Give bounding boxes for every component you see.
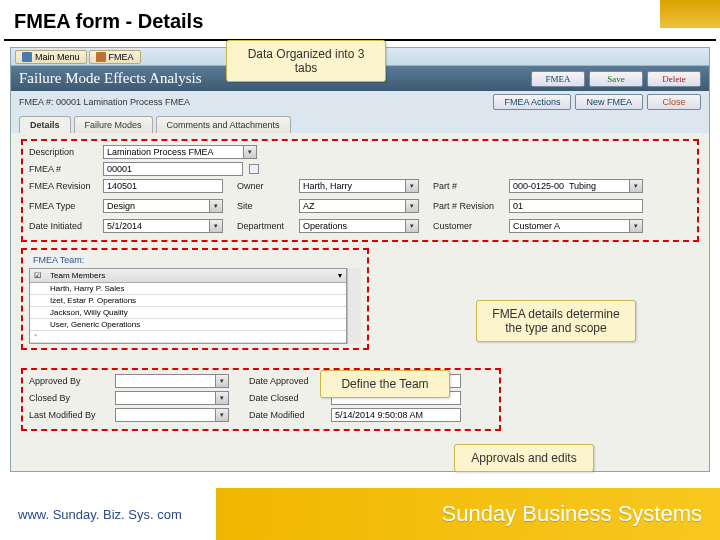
footer-brand: Sunday Business Systems bbox=[442, 501, 702, 527]
delete-button[interactable]: Delete bbox=[647, 71, 701, 87]
module-title: Failure Mode Effects Analysis bbox=[19, 70, 202, 87]
menu-icon bbox=[22, 52, 32, 62]
ribbon-tab-main-menu[interactable]: Main Menu bbox=[15, 50, 87, 64]
fmea-no-input[interactable] bbox=[103, 162, 243, 176]
closed-by-input[interactable] bbox=[115, 391, 215, 405]
chevron-down-icon[interactable]: ▾ bbox=[215, 408, 229, 422]
team-row[interactable]: Izet, Estar P. Operations bbox=[30, 295, 346, 307]
team-row[interactable]: User, Generic Operations bbox=[30, 319, 346, 331]
site-label: Site bbox=[237, 201, 293, 211]
scrollbar[interactable] bbox=[347, 268, 361, 344]
date-init-label: Date Initiated bbox=[29, 221, 97, 231]
part-rev-label: Part # Revision bbox=[433, 201, 503, 211]
description-label: Description bbox=[29, 147, 97, 157]
approved-by-label: Approved By bbox=[29, 376, 109, 386]
type-input[interactable] bbox=[103, 199, 209, 213]
fmea-actions-button[interactable]: FMEA Actions bbox=[493, 94, 571, 110]
app-window: Main Menu FMEA Failure Mode Effects Anal… bbox=[10, 47, 710, 472]
team-grid[interactable]: ☑Team Members▾ Harth, Harry P. Sales Ize… bbox=[29, 268, 347, 344]
close-button[interactable]: Close bbox=[647, 94, 701, 110]
chevron-down-icon[interactable]: ▾ bbox=[405, 219, 419, 233]
chevron-down-icon[interactable]: ▾ bbox=[215, 391, 229, 405]
tab-details[interactable]: Details bbox=[19, 116, 71, 133]
callout-details: FMEA details determine the type and scop… bbox=[476, 300, 636, 342]
revision-label: FMEA Revision bbox=[29, 181, 97, 191]
save-button[interactable]: Save bbox=[589, 71, 643, 87]
revision-input[interactable] bbox=[103, 179, 223, 193]
modified-by-input[interactable] bbox=[115, 408, 215, 422]
date-modified-label: Date Modified bbox=[249, 410, 325, 420]
chevron-down-icon[interactable]: ▾ bbox=[405, 179, 419, 193]
callout-approvals: Approvals and edits bbox=[454, 444, 594, 472]
team-row[interactable]: Harth, Harry P. Sales bbox=[30, 283, 346, 295]
team-row[interactable]: Jackson, Willy Quality bbox=[30, 307, 346, 319]
chevron-down-icon[interactable]: ▾ bbox=[209, 199, 223, 213]
customer-label: Customer bbox=[433, 221, 503, 231]
team-header-label: Team Members bbox=[50, 271, 338, 280]
tab-comments[interactable]: Comments and Attachments bbox=[156, 116, 291, 133]
footer-url: www. Sunday. Biz. Sys. com bbox=[18, 507, 182, 522]
subheader: FMEA #: 00001 Lamination Process FMEA FM… bbox=[11, 91, 709, 113]
type-label: FMEA Type bbox=[29, 201, 97, 211]
lookup-icon[interactable] bbox=[249, 164, 259, 174]
date-approved-label: Date Approved bbox=[249, 376, 325, 386]
site-input[interactable] bbox=[299, 199, 405, 213]
owner-label: Owner bbox=[237, 181, 293, 191]
team-label: FMEA Team: bbox=[29, 254, 88, 266]
date-modified-input[interactable] bbox=[331, 408, 461, 422]
chevron-down-icon[interactable]: ▾ bbox=[215, 374, 229, 388]
part-input[interactable] bbox=[509, 179, 629, 193]
part-label: Part # bbox=[433, 181, 503, 191]
details-group: Description ▾ FMEA # FMEA Revision FMEA … bbox=[21, 139, 699, 242]
callout-team: Define the Team bbox=[320, 370, 450, 398]
new-fmea-button[interactable]: New FMEA bbox=[575, 94, 643, 110]
owner-input[interactable] bbox=[299, 179, 405, 193]
customer-input[interactable] bbox=[509, 219, 629, 233]
chevron-down-icon[interactable]: ▾ bbox=[629, 219, 643, 233]
slide-title: FMEA form - Details bbox=[0, 0, 720, 39]
team-group: FMEA Team: ☑Team Members▾ Harth, Harry P… bbox=[21, 248, 369, 350]
tabs: Details Failure Modes Comments and Attac… bbox=[11, 113, 709, 133]
dept-input[interactable] bbox=[299, 219, 405, 233]
date-init-input[interactable] bbox=[103, 219, 209, 233]
chevron-down-icon[interactable]: ▾ bbox=[629, 179, 643, 193]
team-add-row[interactable]: * bbox=[30, 331, 346, 343]
tab-failure-modes[interactable]: Failure Modes bbox=[74, 116, 153, 133]
subheader-text: FMEA #: 00001 Lamination Process FMEA bbox=[19, 97, 190, 107]
calendar-icon[interactable]: ▾ bbox=[209, 219, 223, 233]
dropdown-icon[interactable]: ▾ bbox=[338, 271, 342, 280]
ribbon-tab-fmea[interactable]: FMEA bbox=[89, 50, 141, 64]
description-input[interactable] bbox=[103, 145, 243, 159]
fmea-button[interactable]: FMEA bbox=[531, 71, 585, 87]
chevron-down-icon[interactable]: ▾ bbox=[405, 199, 419, 213]
select-col-icon: ☑ bbox=[34, 271, 50, 280]
approved-by-input[interactable] bbox=[115, 374, 215, 388]
modified-by-label: Last Modified By bbox=[29, 410, 109, 420]
form-icon bbox=[96, 52, 106, 62]
footer: www. Sunday. Biz. Sys. com Sunday Busine… bbox=[0, 488, 720, 540]
fmea-no-label: FMEA # bbox=[29, 164, 97, 174]
dept-label: Department bbox=[237, 221, 293, 231]
callout-tabs: Data Organized into 3 tabs bbox=[226, 40, 386, 82]
date-closed-label: Date Closed bbox=[249, 393, 325, 403]
part-rev-input[interactable] bbox=[509, 199, 643, 213]
description-picker-icon[interactable]: ▾ bbox=[243, 145, 257, 159]
closed-by-label: Closed By bbox=[29, 393, 109, 403]
